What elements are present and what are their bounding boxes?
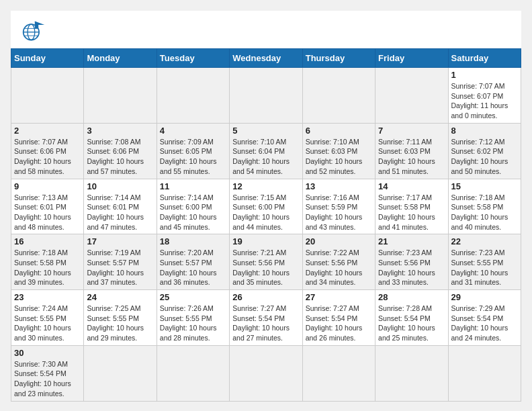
day-number: 17 (87, 236, 153, 246)
day-info: Sunrise: 7:25 AMSunset: 5:55 PMDaylight:… (87, 304, 153, 343)
day-info: Sunrise: 7:22 AMSunset: 5:56 PMDaylight:… (306, 248, 372, 287)
day-header-friday: Friday (375, 49, 448, 68)
day-number: 16 (14, 236, 81, 246)
day-info: Sunrise: 7:18 AMSunset: 5:58 PMDaylight:… (14, 248, 81, 287)
calendar-cell (230, 68, 302, 124)
day-number: 13 (306, 181, 372, 191)
day-info: Sunrise: 7:15 AMSunset: 6:00 PMDaylight:… (232, 193, 299, 232)
calendar-cell: 4Sunrise: 7:09 AMSunset: 6:05 PMDaylight… (157, 123, 229, 179)
calendar-cell: 2Sunrise: 7:07 AMSunset: 6:06 PMDaylight… (11, 123, 84, 179)
day-number: 15 (451, 181, 518, 191)
day-number: 25 (160, 292, 226, 302)
calendar-cell (84, 345, 157, 401)
day-info: Sunrise: 7:10 AMSunset: 6:04 PMDaylight:… (232, 137, 299, 177)
calendar-cell (230, 345, 302, 401)
day-info: Sunrise: 7:18 AMSunset: 5:58 PMDaylight:… (451, 193, 518, 232)
calendar-cell: 30Sunrise: 7:30 AMSunset: 5:54 PMDayligh… (11, 345, 84, 401)
day-number: 11 (160, 181, 226, 191)
day-number: 5 (232, 126, 299, 136)
calendar-cell: 25Sunrise: 7:26 AMSunset: 5:55 PMDayligh… (157, 290, 229, 346)
day-info: Sunrise: 7:23 AMSunset: 5:55 PMDaylight:… (451, 248, 518, 287)
day-number: 29 (451, 292, 518, 302)
calendar-cell: 3Sunrise: 7:08 AMSunset: 6:06 PMDaylight… (84, 123, 157, 179)
calendar-week-row: 16Sunrise: 7:18 AMSunset: 5:58 PMDayligh… (11, 234, 521, 290)
day-number: 12 (232, 181, 299, 191)
calendar-cell: 20Sunrise: 7:22 AMSunset: 5:56 PMDayligh… (302, 234, 375, 290)
calendar-cell (375, 345, 448, 401)
general-blue-logo-icon (21, 19, 46, 43)
calendar-body: 1Sunrise: 7:07 AMSunset: 6:07 PMDaylight… (11, 68, 521, 402)
day-info: Sunrise: 7:16 AMSunset: 5:59 PMDaylight:… (306, 193, 372, 232)
day-number: 20 (306, 236, 372, 246)
calendar-cell: 17Sunrise: 7:19 AMSunset: 5:57 PMDayligh… (84, 234, 157, 290)
day-header-saturday: Saturday (448, 49, 521, 68)
day-number: 9 (14, 181, 81, 191)
calendar-cell: 1Sunrise: 7:07 AMSunset: 6:07 PMDaylight… (448, 68, 521, 124)
calendar-cell (11, 68, 84, 124)
calendar-cell: 16Sunrise: 7:18 AMSunset: 5:58 PMDayligh… (11, 234, 84, 290)
day-info: Sunrise: 7:27 AMSunset: 5:54 PMDaylight:… (306, 304, 372, 343)
calendar-table: SundayMondayTuesdayWednesdayThursdayFrid… (11, 48, 521, 402)
day-info: Sunrise: 7:08 AMSunset: 6:06 PMDaylight:… (87, 137, 153, 177)
calendar-cell: 26Sunrise: 7:27 AMSunset: 5:54 PMDayligh… (230, 290, 302, 346)
day-info: Sunrise: 7:21 AMSunset: 5:56 PMDaylight:… (232, 248, 299, 287)
day-number: 14 (378, 181, 445, 191)
day-info: Sunrise: 7:26 AMSunset: 5:55 PMDaylight:… (160, 304, 226, 343)
day-info: Sunrise: 7:24 AMSunset: 5:55 PMDaylight:… (14, 304, 81, 343)
day-number: 27 (306, 292, 372, 302)
day-number: 24 (87, 292, 153, 302)
day-info: Sunrise: 7:30 AMSunset: 5:54 PMDaylight:… (14, 359, 81, 399)
svg-marker-5 (35, 21, 44, 29)
day-number: 30 (14, 348, 81, 358)
logo (21, 19, 50, 43)
day-number: 4 (160, 126, 226, 136)
day-info: Sunrise: 7:17 AMSunset: 5:58 PMDaylight:… (378, 193, 445, 232)
calendar-cell (157, 68, 229, 124)
calendar-header: SundayMondayTuesdayWednesdayThursdayFrid… (11, 49, 521, 68)
calendar-cell: 21Sunrise: 7:23 AMSunset: 5:56 PMDayligh… (375, 234, 448, 290)
day-info: Sunrise: 7:12 AMSunset: 6:02 PMDaylight:… (451, 137, 518, 177)
day-number: 22 (451, 236, 518, 246)
day-number: 26 (232, 292, 299, 302)
day-number: 2 (14, 126, 81, 136)
calendar-cell (157, 345, 229, 401)
day-info: Sunrise: 7:07 AMSunset: 6:07 PMDaylight:… (451, 81, 518, 121)
day-number: 19 (232, 236, 299, 246)
calendar-cell: 22Sunrise: 7:23 AMSunset: 5:55 PMDayligh… (448, 234, 521, 290)
calendar-week-row: 30Sunrise: 7:30 AMSunset: 5:54 PMDayligh… (11, 345, 521, 401)
day-number: 8 (451, 126, 518, 136)
calendar-cell: 9Sunrise: 7:13 AMSunset: 6:01 PMDaylight… (11, 179, 84, 234)
calendar-cell (84, 68, 157, 124)
calendar-cell: 23Sunrise: 7:24 AMSunset: 5:55 PMDayligh… (11, 290, 84, 346)
day-info: Sunrise: 7:29 AMSunset: 5:54 PMDaylight:… (451, 304, 518, 343)
calendar-week-row: 2Sunrise: 7:07 AMSunset: 6:06 PMDaylight… (11, 123, 521, 179)
calendar-cell: 13Sunrise: 7:16 AMSunset: 5:59 PMDayligh… (302, 179, 375, 234)
day-number: 23 (14, 292, 81, 302)
header (11, 11, 521, 48)
day-number: 1 (451, 70, 518, 80)
calendar-cell: 8Sunrise: 7:12 AMSunset: 6:02 PMDaylight… (448, 123, 521, 179)
calendar-cell (448, 345, 521, 401)
day-number: 7 (378, 126, 445, 136)
calendar-cell (302, 68, 375, 124)
day-header-wednesday: Wednesday (230, 49, 302, 68)
day-info: Sunrise: 7:10 AMSunset: 6:03 PMDaylight:… (306, 137, 372, 177)
day-info: Sunrise: 7:07 AMSunset: 6:06 PMDaylight:… (14, 137, 81, 177)
calendar-cell (375, 68, 448, 124)
calendar-cell: 19Sunrise: 7:21 AMSunset: 5:56 PMDayligh… (230, 234, 302, 290)
calendar-cell: 18Sunrise: 7:20 AMSunset: 5:57 PMDayligh… (157, 234, 229, 290)
day-info: Sunrise: 7:20 AMSunset: 5:57 PMDaylight:… (160, 248, 226, 287)
day-number: 18 (160, 236, 226, 246)
day-number: 28 (378, 292, 445, 302)
calendar-week-row: 9Sunrise: 7:13 AMSunset: 6:01 PMDaylight… (11, 179, 521, 234)
calendar-cell: 7Sunrise: 7:11 AMSunset: 6:03 PMDaylight… (375, 123, 448, 179)
day-header-thursday: Thursday (302, 49, 375, 68)
calendar-cell: 15Sunrise: 7:18 AMSunset: 5:58 PMDayligh… (448, 179, 521, 234)
day-header-tuesday: Tuesday (157, 49, 229, 68)
day-info: Sunrise: 7:14 AMSunset: 6:00 PMDaylight:… (160, 193, 226, 232)
day-header-monday: Monday (84, 49, 157, 68)
day-number: 10 (87, 181, 153, 191)
day-info: Sunrise: 7:19 AMSunset: 5:57 PMDaylight:… (87, 248, 153, 287)
calendar-cell: 12Sunrise: 7:15 AMSunset: 6:00 PMDayligh… (230, 179, 302, 234)
day-info: Sunrise: 7:14 AMSunset: 6:01 PMDaylight:… (87, 193, 153, 232)
